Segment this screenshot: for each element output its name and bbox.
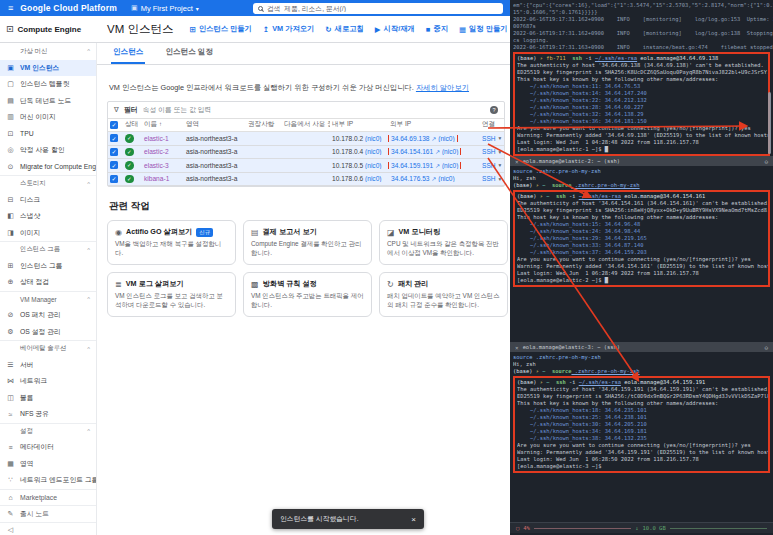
hamburger-icon[interactable]: ≡: [8, 3, 13, 13]
nic-link[interactable]: (nic0): [365, 175, 382, 182]
instance-name-link[interactable]: elastic-2: [144, 148, 169, 155]
sidebar-item[interactable]: ◧ 스냅샷: [0, 208, 96, 225]
row-checkbox[interactable]: ✓: [110, 161, 118, 169]
sidebar-item[interactable]: 인스턴스 그룹 ^: [0, 241, 96, 258]
tab-instances[interactable]: 인스턴스: [111, 43, 145, 64]
search-box[interactable]: [253, 3, 503, 14]
pane-titlebar-elastic-2[interactable]: × eola.manage@elastic-2: ~ (ssh) ⊖: [510, 156, 773, 166]
section-collapse-icon[interactable]: ^: [87, 346, 90, 352]
external-ip-link[interactable]: 34.64.154.161: [391, 148, 433, 155]
col-internal-ip[interactable]: 내부 IP: [330, 120, 388, 129]
toolbar-button[interactable]: ↥ VM 가져오기: [263, 24, 314, 34]
toolbar-button[interactable]: ↻ 새로고침: [325, 24, 363, 34]
sidebar-item[interactable]: ⌂ Marketplace: [0, 489, 96, 506]
learn-more-link[interactable]: 자세히 알아보기: [416, 83, 469, 92]
table-row[interactable]: ✓ ✓ elastic-2 asia-northeast3-a 10.178.0…: [108, 146, 504, 160]
sidebar-item[interactable]: ▥ 머신 이미지: [0, 109, 96, 126]
tab-instance-schedules[interactable]: 인스턴스 일정: [163, 43, 215, 64]
ssh-button[interactable]: SSH: [482, 148, 496, 155]
search-input[interactable]: [267, 5, 498, 12]
help-icon[interactable]: ?: [490, 106, 498, 114]
minus-circle-icon[interactable]: ⊖: [764, 344, 768, 351]
sidebar-item[interactable]: ⚙ OS 설정 관리: [0, 324, 96, 341]
related-action-card[interactable]: ◉ Actifio GO 살펴보기 신규 VM을 백업하고 재해 복구를 설정합…: [107, 220, 236, 265]
sidebar-item[interactable]: VM Manager ^: [0, 291, 96, 308]
terminal-window[interactable]: em":{"cpu":{"cores":16},"load":{"1":3.54…: [510, 0, 773, 535]
col-in-use-by[interactable]: 다음에서 사용 중:: [282, 120, 330, 129]
sidebar-item[interactable]: ⊞ 인스턴스 그룹: [0, 258, 96, 275]
ssh-button[interactable]: SSH: [482, 135, 496, 142]
sidebar-item[interactable]: ⊘ OS 패치 관리: [0, 307, 96, 324]
instance-name-link[interactable]: elastic-3: [144, 162, 169, 169]
sidebar-item[interactable]: ∵ 네트워크 엔드포인트 그룹: [0, 472, 96, 489]
ssh-button[interactable]: SSH: [482, 162, 496, 169]
nic-link[interactable]: (nic0): [365, 148, 382, 155]
project-selector[interactable]: ▣ My First Project ▾: [131, 4, 199, 13]
sidebar-item[interactable]: ☰ 서버: [0, 357, 96, 374]
table-row[interactable]: ✓ ✓ elastic-3 asia-northeast3-a 10.178.0…: [108, 159, 504, 173]
row-checkbox[interactable]: ✓: [110, 175, 118, 183]
nic-link[interactable]: (nic0): [438, 175, 455, 182]
sidebar-item[interactable]: ◨ 이미지: [0, 225, 96, 242]
sidebar-item[interactable]: ⊟ 디스크: [0, 192, 96, 209]
nic-link[interactable]: (nic0): [442, 148, 459, 155]
section-collapse-icon[interactable]: ^: [87, 48, 90, 54]
row-checkbox[interactable]: ✓: [110, 148, 118, 156]
section-collapse-icon[interactable]: ^: [87, 296, 90, 302]
section-collapse-icon[interactable]: ^: [87, 181, 90, 187]
brand-logo[interactable]: Google Cloud Platform: [20, 3, 117, 13]
toolbar-button[interactable]: ■ 중지: [426, 24, 448, 34]
toolbar-button[interactable]: ▶ 시작/재개: [375, 24, 415, 34]
related-action-card[interactable]: ≣ VM 로그 살펴보기 VM 인스턴스 로그를 보고 검색하고 분석하며 다운…: [107, 272, 236, 317]
table-row[interactable]: ✓ ✓ elastic-1 asia-northeast3-a 10.178.0…: [108, 132, 504, 146]
col-name[interactable]: 이름 ↑: [142, 120, 184, 129]
col-zone[interactable]: 영역: [184, 120, 246, 129]
related-action-card[interactable]: ◪ VM 모니터링 CPU 및 네트워크와 같은 측정항목 전반에서 이상점 V…: [379, 220, 508, 265]
sidebar-item[interactable]: ≈ NFS 공유: [0, 406, 96, 423]
ssh-options-caret-icon[interactable]: ▾: [499, 135, 502, 141]
external-ip-link[interactable]: 34.64.159.191: [391, 162, 433, 169]
nic-link[interactable]: (nic0): [442, 162, 459, 169]
col-recommendation[interactable]: 권장사항: [246, 120, 282, 129]
section-collapse-icon[interactable]: ^: [87, 428, 90, 434]
sidebar-item[interactable]: ▤ 단독 테넌트 노드: [0, 93, 96, 110]
minus-circle-icon[interactable]: ⊖: [764, 158, 768, 165]
close-icon[interactable]: ×: [515, 158, 519, 165]
related-action-card[interactable]: ↻ 패치 관리 패치 업데이트를 예약하고 VM 인스턴스의 패치 규정 준수를…: [379, 272, 508, 317]
nic-link[interactable]: (nic0): [438, 135, 455, 142]
select-all-checkbox[interactable]: ✓: [110, 121, 118, 129]
sidebar-item[interactable]: ≡ 메타데이터: [0, 439, 96, 456]
sidebar-item[interactable]: 설정 ^: [0, 423, 96, 440]
filter-input[interactable]: [143, 106, 485, 113]
col-external-ip[interactable]: 외부 IP: [388, 120, 480, 129]
toolbar-button[interactable]: ⊞ 인스턴스 만들기: [189, 24, 251, 34]
sidebar-item[interactable]: ▢ 인스턴스 템플릿: [0, 76, 96, 93]
sidebar-item[interactable]: ◁: [0, 522, 96, 535]
ssh-button[interactable]: SSH: [482, 175, 496, 182]
sidebar-item[interactable]: ◫ 볼륨: [0, 390, 96, 407]
table-row[interactable]: ✓ ✓ kibana-1 asia-northeast3-a 10.178.0.…: [108, 173, 504, 187]
col-connect[interactable]: 연결: [480, 120, 510, 129]
ssh-options-caret-icon[interactable]: ▾: [499, 149, 502, 155]
ssh-options-caret-icon[interactable]: ▾: [499, 176, 502, 182]
close-icon[interactable]: ×: [411, 515, 416, 524]
compute-engine-home[interactable]: ⊡ Compute Engine: [0, 24, 97, 34]
related-action-card[interactable]: ▩ 방화벽 규칙 설정 VM 인스턴스와 주고받는 트래픽을 제어합니다.: [243, 272, 372, 317]
instance-name-link[interactable]: kibana-1: [144, 175, 169, 182]
external-ip-link[interactable]: 34.64.69.138: [391, 135, 430, 142]
sidebar-item[interactable]: ⊡ TPU: [0, 126, 96, 143]
sidebar-item[interactable]: ▦ 영역: [0, 456, 96, 473]
ssh-options-caret-icon[interactable]: ▾: [499, 162, 502, 168]
related-action-card[interactable]: ▤ 결제 보고서 보기 Compute Engine 결제를 확인하고 관리합니…: [243, 220, 372, 265]
sidebar-item[interactable]: 스토리지 ^: [0, 175, 96, 192]
terminal-scrollbar[interactable]: [768, 92, 771, 154]
toolbar-button[interactable]: ▦ 일정 만들기: [459, 24, 508, 34]
nic-link[interactable]: (nic0): [365, 162, 382, 169]
sidebar-item[interactable]: ⊕ 상태 점검: [0, 274, 96, 291]
section-collapse-icon[interactable]: ^: [87, 247, 90, 253]
sidebar-item[interactable]: 가상 머신 ^: [0, 43, 96, 60]
sidebar-item[interactable]: ⋈ 네트워크: [0, 373, 96, 390]
sidebar-item[interactable]: ⊙ Migrate for Compute Engi...: [0, 159, 96, 176]
nic-link[interactable]: (nic0): [365, 135, 382, 142]
row-checkbox[interactable]: ✓: [110, 134, 118, 142]
